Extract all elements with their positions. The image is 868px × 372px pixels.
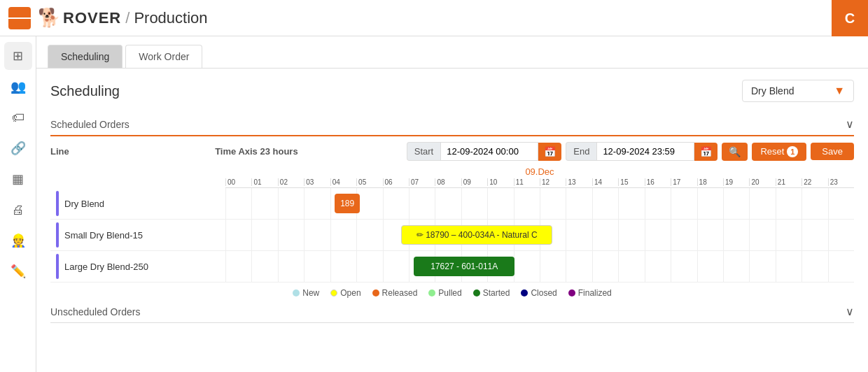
hour-tick-03: 03 (304, 178, 330, 186)
gantt-row-large-dry-blend: Large Dry Blend-25017627 - 601-011A (50, 251, 854, 282)
sidebar: ⊞ 👥 🏷 🔗 ▦ 🖨 👷 ✏️ (0, 36, 36, 372)
page-content: Scheduling Dry Blend ▼ Scheduled Orders … (36, 69, 868, 334)
row-label-small-dry-blend: Small Dry Blend-15 (50, 220, 225, 250)
legend-item-new: New (293, 288, 319, 298)
order-block-b2[interactable]: ✏ 18790 – 400-034A - Natural C (401, 225, 552, 245)
line-label: Line (50, 146, 106, 157)
order-block-b1[interactable]: 189 (335, 194, 360, 213)
tabs-bar: Scheduling Work Order (36, 36, 868, 69)
hour-tick-09: 09 (461, 178, 487, 186)
reset-badge: 1 (787, 146, 798, 157)
scheduling-toolbar: Line Time Axis 23 hours Start 📅 End 📅 🔍 … (50, 142, 854, 161)
start-calendar-button[interactable]: 📅 (538, 143, 561, 161)
hour-ticks-col: 0001020304050607080910111213141516171819… (225, 178, 854, 188)
hour-tick-00: 00 (225, 178, 251, 186)
hour-tick-04: 04 (330, 178, 356, 186)
hour-tick-13: 13 (566, 178, 592, 186)
hour-tick-10: 10 (487, 178, 513, 186)
hour-tick-01: 01 (251, 178, 277, 186)
chevron-down-icon: ▼ (834, 85, 845, 97)
end-calendar-button[interactable]: 📅 (694, 143, 718, 161)
legend-item-started: Started (473, 288, 510, 298)
hour-ticks: 0001020304050607080910111213141516171819… (225, 178, 854, 188)
legend-label-started: Started (483, 288, 510, 298)
order-block-b3[interactable]: 17627 - 601-011A (414, 257, 514, 276)
reset-button[interactable]: Reset 1 (752, 143, 806, 161)
section-title: Scheduled Orders (50, 119, 130, 130)
gantt-container: 09.Dec 000102030405060708091011121314151… (50, 166, 854, 298)
legend: NewOpenReleasedPulledStartedClosedFinali… (50, 288, 854, 298)
row-indicator-large-dry-blend (56, 254, 59, 279)
logo-dog-icon: 🐕 (38, 7, 60, 29)
barcode-icon: ▦ (12, 171, 24, 187)
gantt-row-small-dry-blend: Small Dry Blend-15✏ 18790 – 400-034A - N… (50, 220, 854, 251)
date-label-row: 09.Dec (50, 166, 854, 178)
hour-tick-16: 16 (645, 178, 671, 186)
save-button[interactable]: Save (811, 143, 854, 160)
users-icon: 👥 (10, 79, 26, 94)
time-axis-label: Time Axis 23 hours (111, 146, 402, 157)
sidebar-item-orders[interactable]: 🏷 (4, 103, 32, 131)
unscheduled-orders-header[interactable]: Unscheduled Orders ∨ (50, 301, 854, 323)
tab-scheduling[interactable]: Scheduling (48, 45, 122, 68)
search-button[interactable]: 🔍 (722, 143, 748, 161)
hour-ticks-row: 0001020304050607080910111213141516171819… (50, 178, 854, 188)
hour-tick-23: 23 (828, 178, 854, 186)
sidebar-item-connections[interactable]: 🔗 (4, 134, 32, 162)
legend-label-released: Released (382, 288, 418, 298)
row-timeline-dry-blend: 189 (225, 188, 854, 219)
hour-tick-17: 17 (671, 178, 696, 186)
dry-blend-dropdown[interactable]: Dry Blend ▼ (742, 80, 854, 102)
hour-tick-19: 19 (723, 178, 749, 186)
documents-icon: 🖨 (12, 203, 24, 217)
gantt-rows: Dry Blend189Small Dry Blend-15✏ 18790 – … (50, 188, 854, 282)
unscheduled-title: Unscheduled Orders (50, 306, 140, 317)
grid-bg (225, 188, 854, 219)
gantt-line-spacer (50, 166, 225, 178)
hour-tick-21: 21 (776, 178, 802, 186)
row-timeline-small-dry-blend: ✏ 18790 – 400-034A - Natural C (225, 220, 854, 250)
logo-slash: / (125, 9, 130, 27)
sidebar-item-edit[interactable]: ✏️ (4, 257, 32, 285)
legend-item-closed: Closed (521, 288, 556, 298)
row-indicator-small-dry-blend (56, 222, 59, 248)
logo-subtitle: Production (134, 9, 207, 27)
orders-icon: 🏷 (12, 110, 24, 125)
start-input[interactable] (440, 142, 538, 161)
row-timeline-large-dry-blend: 17627 - 601-011A (225, 251, 854, 282)
legend-item-finalized: Finalized (568, 288, 612, 298)
date-label: 09.Dec (225, 166, 854, 178)
legend-dot-finalized (568, 289, 575, 296)
end-field-group: End 📅 (566, 142, 718, 161)
dropdown-label: Dry Blend (751, 85, 794, 96)
hour-tick-15: 15 (618, 178, 644, 186)
row-label-large-dry-blend: Large Dry Blend-250 (50, 251, 225, 282)
sidebar-item-users[interactable]: 👥 (4, 73, 32, 101)
legend-dot-new (293, 289, 300, 296)
main-layout: ⊞ 👥 🏷 🔗 ▦ 🖨 👷 ✏️ Scheduling Work Order (0, 36, 868, 372)
sidebar-item-reports[interactable]: ⊞ (4, 42, 32, 70)
grid-bg (225, 251, 854, 282)
user-avatar[interactable]: C (832, 0, 868, 36)
sidebar-item-person[interactable]: 👷 (4, 227, 32, 255)
scheduled-orders-header[interactable]: Scheduled Orders ∨ (50, 113, 854, 136)
top-header: 🐕 ROVER / Production C (0, 0, 868, 36)
person-icon: 👷 (10, 233, 26, 248)
end-input[interactable] (596, 142, 694, 161)
legend-label-pulled: Pulled (438, 288, 461, 298)
row-label-dry-blend: Dry Blend (50, 188, 225, 219)
unscheduled-collapse-icon: ∨ (846, 305, 854, 318)
reset-label: Reset (760, 146, 784, 157)
hour-tick-02: 02 (278, 178, 304, 186)
sidebar-item-documents[interactable]: 🖨 (4, 196, 32, 224)
legend-dot-started (473, 289, 480, 296)
legend-dot-released (372, 289, 379, 296)
hamburger-button[interactable] (8, 7, 31, 29)
sidebar-item-barcode[interactable]: ▦ (4, 165, 32, 193)
legend-label-new: New (302, 288, 319, 298)
content-area: Scheduling Work Order Scheduling Dry Ble… (36, 36, 868, 372)
tab-work-order[interactable]: Work Order (125, 45, 202, 68)
legend-item-open: Open (330, 288, 360, 298)
section-collapse-icon: ∨ (846, 117, 854, 131)
logo-text: ROVER (63, 9, 121, 27)
